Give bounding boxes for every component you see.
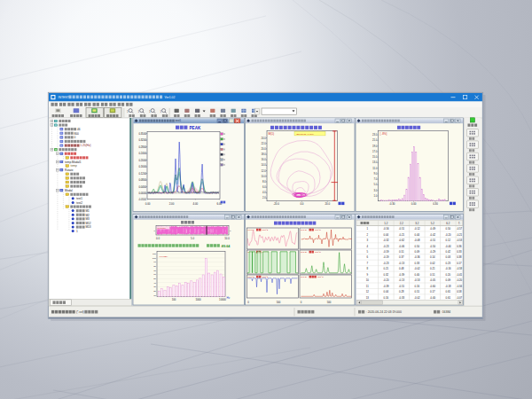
- svg-text:18.0: 18.0: [262, 153, 267, 156]
- svg-text:INTEST: INTEST: [59, 96, 69, 99]
- svg-text:0.61: 0.61: [446, 290, 451, 293]
- svg-text:-0.20: -0.20: [383, 278, 389, 282]
- svg-text:0.50: 0.50: [415, 245, 420, 248]
- svg-text:-0.51: -0.51: [430, 239, 436, 242]
- svg-text:-0.13: -0.13: [399, 278, 405, 282]
- svg-text:4.00: 4.00: [193, 202, 199, 206]
- svg-text:0.21: 0.21: [430, 267, 435, 270]
- svg-text:1000: 1000: [195, 298, 201, 301]
- svg-text:[1:1(dB)]: [1:1(dB)]: [160, 255, 168, 258]
- svg-text:0.00: 0.00: [145, 202, 151, 206]
- svg-text:m/s^2: m/s^2: [315, 251, 321, 254]
- svg-text:-0.56: -0.56: [383, 227, 389, 231]
- svg-text:500: 500: [277, 301, 281, 304]
- svg-text:0.2800: 0.2800: [138, 145, 146, 149]
- svg-text:0.0: 0.0: [300, 202, 303, 206]
- svg-text:Modal: Modal: [65, 189, 73, 192]
- svg-text:16.0: 16.0: [262, 158, 267, 161]
- svg-text:22.0: 22.0: [262, 142, 267, 145]
- svg-text:-0.12: -0.12: [414, 227, 420, 231]
- svg-text:M(1): M(1): [269, 132, 275, 136]
- svg-text:24.0: 24.0: [262, 137, 267, 140]
- svg-text:-0.30: -0.30: [389, 202, 395, 206]
- svg-text:3-2: 3-2: [415, 222, 419, 225]
- svg-text:-0.40: -0.40: [430, 296, 436, 300]
- svg-text:-0.05: -0.05: [430, 278, 436, 282]
- svg-text:-0.20: -0.20: [457, 278, 463, 282]
- svg-text:-0.39: -0.39: [383, 285, 389, 288]
- svg-text:0.03: 0.03: [446, 255, 451, 259]
- svg-text:0.30: 0.30: [433, 202, 438, 206]
- svg-text:0.09: 0.09: [446, 278, 451, 282]
- svg-text:10: 10: [366, 278, 370, 282]
- svg-text:[ -8%]: [ -8%]: [380, 132, 387, 136]
- svg-text:19.0: 19.0: [372, 145, 378, 148]
- svg-text:-0.57: -0.57: [457, 227, 463, 231]
- svg-text:-0.21: -0.21: [399, 233, 405, 237]
- svg-text:7.0: 7.0: [374, 177, 378, 181]
- svg-text:-0.0500: -0.0500: [138, 198, 147, 201]
- svg-text:0.1600: 0.1600: [138, 165, 146, 168]
- svg-text:9.0: 9.0: [374, 172, 378, 176]
- svg-text:-0.13: -0.13: [399, 262, 405, 265]
- svg-text:1.25(Hz): 1.25(Hz): [80, 144, 90, 147]
- svg-text:0.48: 0.48: [399, 267, 404, 270]
- svg-text:0.28: 0.28: [399, 290, 404, 293]
- svg-text:-0.49: -0.49: [430, 227, 436, 231]
- svg-text:0.14: 0.14: [430, 255, 435, 259]
- svg-text:0.58: 0.58: [457, 290, 462, 293]
- svg-text:Ver1.02: Ver1.02: [165, 96, 176, 99]
- svg-text:m/s^2: m/s^2: [262, 229, 269, 231]
- svg-text:0.51: 0.51: [415, 290, 420, 293]
- svg-text:23.0: 23.0: [372, 133, 378, 137]
- svg-text:test1: test1: [176, 119, 182, 122]
- svg-text:0.00: 0.00: [411, 202, 417, 206]
- svg-text:6-2: 6-2: [446, 222, 450, 225]
- svg-text:PEAK: PEAK: [190, 126, 201, 130]
- svg-text:temp.Modal1: temp.Modal1: [65, 160, 82, 164]
- svg-text:-0.51: -0.51: [399, 285, 405, 288]
- svg-text:0.42: 0.42: [446, 250, 451, 254]
- svg-text:1-2: 1-2: [384, 222, 388, 225]
- svg-text:12: 12: [366, 290, 370, 293]
- svg-text:M13: M13: [85, 225, 90, 229]
- svg-text:0.51: 0.51: [399, 250, 404, 254]
- svg-text:12.0: 12.0: [262, 169, 267, 173]
- svg-text:11.0: 11.0: [372, 167, 378, 170]
- svg-text:0.40: 0.40: [415, 273, 420, 277]
- svg-text:0.38: 0.38: [457, 255, 462, 259]
- svg-text:-0.60: -0.60: [430, 285, 436, 288]
- svg-text::16384: :16384: [442, 310, 450, 314]
- svg-text:-0.23: -0.23: [383, 245, 389, 248]
- svg-text:-0.19: -0.19: [383, 255, 389, 259]
- svg-text:0.02: 0.02: [430, 262, 435, 265]
- svg-text:test1: test1: [76, 197, 82, 200]
- svg-text:[1:1(Pa)]: [1:1(Pa)]: [157, 227, 166, 230]
- svg-text:m/s^2: m/s^2: [317, 276, 324, 278]
- svg-text:0.0000: 0.0000: [138, 192, 146, 195]
- svg-text:10000: 10000: [219, 298, 226, 301]
- svg-text:-0.34: -0.34: [457, 285, 463, 288]
- svg-text:8.0: 8.0: [262, 180, 266, 184]
- svg-text:0.37: 0.37: [399, 255, 404, 259]
- svg-text:4.0: 4.0: [262, 191, 266, 194]
- svg-text:-0.36: -0.36: [414, 255, 420, 259]
- svg-text:0.32: 0.32: [384, 273, 389, 277]
- svg-text:0.3500: 0.3500: [138, 132, 146, 136]
- svg-text:0.61: 0.61: [446, 296, 451, 300]
- svg-text:-0.41: -0.41: [457, 273, 463, 277]
- svg-text:-0.62: -0.62: [399, 239, 405, 242]
- svg-text:-0.59: -0.59: [383, 250, 389, 254]
- svg-text:0.33: 0.33: [415, 262, 420, 265]
- svg-text:2.00: 2.00: [169, 202, 175, 206]
- svg-text:-0.07: -0.07: [457, 296, 463, 300]
- svg-text:-0.58: -0.58: [457, 267, 463, 270]
- svg-text:m/s^2: m/s^2: [315, 229, 321, 231]
- svg-text:500: 500: [327, 301, 332, 304]
- svg-text:0.20: 0.20: [446, 273, 451, 277]
- svg-text:11: 11: [366, 285, 369, 288]
- svg-text:6.0: 6.0: [262, 185, 266, 189]
- svg-text:-0.42: -0.42: [430, 233, 436, 237]
- svg-text:0.17: 0.17: [457, 262, 462, 265]
- svg-text:0.04: 0.04: [384, 290, 389, 293]
